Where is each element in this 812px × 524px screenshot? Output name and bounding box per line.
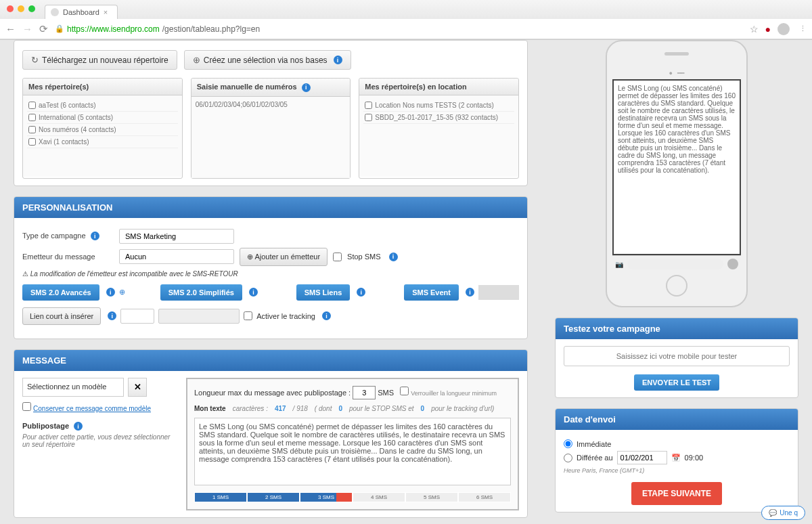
short-link-button[interactable]: Lien court à insérer — [22, 307, 101, 325]
pinterest-icon[interactable]: ● — [765, 24, 771, 35]
lock-icon: 🔒 — [55, 24, 64, 33]
send-test-button[interactable]: ENVOYER LE TEST — [634, 374, 719, 391]
test-mobile-input[interactable] — [564, 346, 790, 366]
send-time[interactable]: 09:00 — [685, 454, 704, 462]
box-header: Saisie manuelle de numéros — [197, 83, 297, 91]
sms-length-bar: 1 SMS2 SMS3 SMS4 SMS5 SMS6 SMS — [194, 492, 511, 502]
info-icon[interactable]: i — [74, 422, 83, 431]
info-icon[interactable]: i — [108, 311, 116, 320]
repertoire-panel: ↻ Téléchargez un nouveau répertoire ⊕ Cr… — [14, 40, 528, 186]
chat-icon: 💬 — [769, 509, 777, 517]
send-date-input[interactable] — [617, 451, 667, 464]
sms-event-button[interactable]: SMS Event — [404, 284, 459, 301]
max-length-label: Longueur max du message avec publipostag… — [194, 389, 351, 397]
message-panel: MESSAGE Sélectionnez un modèle ✕ Conserv… — [14, 349, 528, 518]
my-text-label: Mon texte — [194, 405, 226, 412]
box-header: Mes répertoire(s) en location — [359, 79, 518, 95]
char-used: 417 — [275, 405, 286, 412]
my-repertoires-box: Mes répertoire(s) aaTest (6 contacts) In… — [22, 78, 183, 179]
browser-chrome: Dashboard × ← → ⟳ 🔒 https://www.isendpro… — [0, 0, 812, 40]
menu-icon[interactable]: ⋮ — [799, 24, 807, 33]
create-selection-button[interactable]: ⊕ Créez une sélection via nos bases i — [184, 50, 351, 70]
clear-model-button[interactable]: ✕ — [128, 378, 147, 397]
calendar-icon[interactable]: 📅 — [671, 454, 681, 462]
sms2-simple-button[interactable]: SMS 2.0 Simplifiés — [160, 284, 242, 301]
forward-icon[interactable]: → — [22, 23, 32, 35]
deferred-label: Différée au — [577, 454, 613, 462]
camera-icon: 📷 — [615, 261, 623, 268]
info-icon[interactable]: i — [357, 288, 365, 297]
info-icon[interactable]: i — [334, 56, 342, 64]
emitter-label: Emetteur du message — [22, 253, 114, 261]
stop-sms-label: Stop SMS — [347, 253, 381, 261]
publipostage-hint: Pour activer cette partie, vous devez sé… — [22, 433, 178, 448]
message-textarea[interactable] — [194, 418, 511, 485]
profile-avatar[interactable] — [777, 23, 790, 35]
panel-header: MESSAGE — [14, 350, 527, 371]
reload-icon[interactable]: ⟳ — [39, 23, 48, 35]
max-length-input[interactable] — [353, 386, 376, 399]
immediate-radio[interactable] — [564, 439, 572, 448]
plus-circle-icon: ⊕ — [193, 55, 200, 65]
save-as-model-link[interactable]: Conserver ce message comme modèle — [33, 405, 151, 412]
test-campaign-panel: Testez votre campagne ENVOYER LE TEST — [555, 318, 798, 398]
upload-repertoire-button[interactable]: ↻ Téléchargez un nouveau répertoire — [22, 50, 177, 70]
panel-header: Date d'envoi — [556, 409, 798, 430]
plus-circle-icon[interactable]: ⊕ — [119, 288, 125, 297]
panel-header: Testez votre campagne — [556, 318, 798, 339]
send-date-panel: Date d'envoi Immédiate Différée au 📅 09:… — [555, 408, 798, 512]
panel-header: PERSONNALISATION — [14, 197, 527, 218]
refresh-icon: ↻ — [31, 55, 39, 65]
manual-number-entry[interactable]: 06/01/02/03/04;06/01/02/03/05 — [196, 101, 288, 108]
repertoire-item[interactable]: International (5 contacts) — [27, 112, 178, 124]
rented-repertoires-box: Mes répertoire(s) en location Location N… — [359, 78, 519, 179]
next-step-button[interactable]: ETAPE SUIVANTE — [631, 482, 722, 505]
save-as-model-checkbox[interactable] — [22, 402, 31, 411]
tracking-label: Activer le tracking — [256, 312, 315, 320]
add-emitter-button[interactable]: ⊕ Ajouter un émetteur — [240, 248, 328, 266]
repertoire-item[interactable]: Location Nos nums TESTS (2 contacts) — [363, 100, 514, 112]
sms-links-button[interactable]: SMS Liens — [296, 284, 351, 301]
lock-min-length-checkbox[interactable] — [400, 387, 409, 395]
repertoire-item[interactable]: Nos numéros (4 contacts) — [27, 124, 178, 136]
box-header: Mes répertoire(s) — [23, 79, 182, 95]
emitter-warning: La modification de l'émetteur est incomp… — [22, 270, 519, 278]
campaign-type-input[interactable] — [119, 229, 234, 244]
window-controls[interactable] — [7, 5, 35, 12]
publipostage-header: Publipostage — [22, 422, 69, 430]
chat-widget[interactable]: 💬 Une q — [761, 506, 805, 520]
browser-tab[interactable]: Dashboard × — [45, 5, 118, 19]
stop-sms-checkbox[interactable] — [333, 253, 342, 261]
info-icon[interactable]: i — [91, 232, 99, 240]
bookmark-icon[interactable]: ☆ — [750, 24, 759, 35]
address-bar[interactable]: 🔒 https://www.isendpro.com/gestion/table… — [55, 24, 743, 34]
info-icon[interactable]: i — [249, 288, 258, 297]
info-icon[interactable]: i — [389, 253, 398, 261]
repertoire-item[interactable]: aaTest (6 contacts) — [27, 100, 178, 112]
manual-numbers-box: Saisie manuelle de numéros i 06/01/02/03… — [191, 78, 351, 179]
lock-min-label: Verrouiller la longueur minimum — [411, 390, 497, 397]
phone-screen: Le SMS Long (ou SMS concaténé) permet de… — [612, 79, 741, 255]
plus-circle-icon: ⊕ — [247, 253, 253, 261]
tracking-checkbox[interactable] — [244, 311, 252, 320]
repertoire-item[interactable]: Xavi (1 contacts) — [27, 136, 178, 148]
personnalisation-panel: PERSONNALISATION Type de campagne i Emet… — [14, 196, 528, 339]
info-icon[interactable]: i — [322, 311, 331, 320]
send-icon — [727, 259, 738, 269]
back-icon[interactable]: ← — [5, 23, 16, 35]
deferred-radio[interactable] — [564, 454, 572, 462]
info-icon[interactable]: i — [106, 288, 115, 297]
info-icon[interactable]: i — [302, 83, 311, 92]
short-link-result — [158, 309, 240, 324]
tab-title: Dashboard — [63, 8, 99, 16]
campaign-type-label: Type de campagne i — [22, 232, 114, 241]
phone-message-input — [627, 259, 723, 269]
select-model-dropdown[interactable]: Sélectionnez un modèle — [22, 378, 124, 397]
emitter-input[interactable] — [119, 249, 234, 264]
sms2-advanced-button[interactable]: SMS 2.0 Avancés — [22, 284, 99, 301]
close-tab-icon[interactable]: × — [104, 8, 108, 16]
sms-event-input[interactable] — [478, 285, 519, 300]
short-link-input[interactable] — [120, 309, 154, 324]
repertoire-item[interactable]: SBDD_25-01-2017_15-35 (932 contacts) — [363, 112, 514, 124]
info-icon[interactable]: i — [466, 288, 474, 297]
